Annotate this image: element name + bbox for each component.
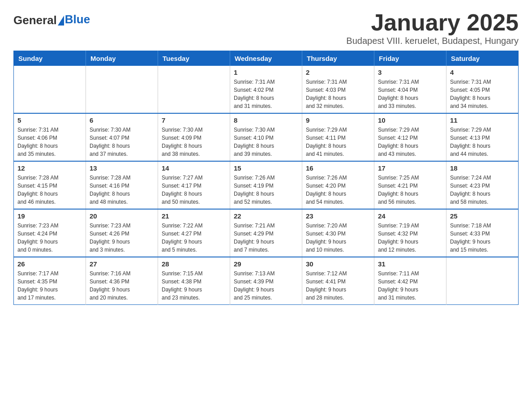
day-info: Sunrise: 7:11 AMSunset: 4:42 PMDaylight:… xyxy=(378,270,442,302)
day-info: Sunrise: 7:13 AMSunset: 4:39 PMDaylight:… xyxy=(234,270,298,302)
day-number: 14 xyxy=(162,164,226,172)
calendar-cell: 27Sunrise: 7:16 AMSunset: 4:36 PMDayligh… xyxy=(86,257,158,305)
day-info: Sunrise: 7:19 AMSunset: 4:32 PMDaylight:… xyxy=(378,222,442,254)
day-number: 15 xyxy=(234,164,298,172)
calendar-cell xyxy=(446,257,519,305)
day-info: Sunrise: 7:23 AMSunset: 4:24 PMDaylight:… xyxy=(17,222,82,254)
calendar-cell: 25Sunrise: 7:18 AMSunset: 4:33 PMDayligh… xyxy=(446,209,519,257)
day-info: Sunrise: 7:29 AMSunset: 4:12 PMDaylight:… xyxy=(378,126,442,158)
logo: General Blue xyxy=(13,13,90,27)
day-info: Sunrise: 7:20 AMSunset: 4:30 PMDaylight:… xyxy=(306,222,370,254)
day-info: Sunrise: 7:30 AMSunset: 4:09 PMDaylight:… xyxy=(162,126,226,158)
day-number: 5 xyxy=(17,116,82,124)
calendar-cell: 16Sunrise: 7:26 AMSunset: 4:20 PMDayligh… xyxy=(302,161,374,209)
day-info: Sunrise: 7:29 AMSunset: 4:13 PMDaylight:… xyxy=(450,126,515,158)
calendar-week-row: 5Sunrise: 7:31 AMSunset: 4:06 PMDaylight… xyxy=(14,113,519,161)
day-number: 29 xyxy=(234,260,298,268)
day-number: 31 xyxy=(378,260,442,268)
calendar-cell: 22Sunrise: 7:21 AMSunset: 4:29 PMDayligh… xyxy=(230,209,302,257)
calendar-cell: 20Sunrise: 7:23 AMSunset: 4:26 PMDayligh… xyxy=(86,209,158,257)
calendar-cell xyxy=(14,66,86,113)
calendar-cell: 21Sunrise: 7:22 AMSunset: 4:27 PMDayligh… xyxy=(158,209,230,257)
calendar-cell: 28Sunrise: 7:15 AMSunset: 4:38 PMDayligh… xyxy=(158,257,230,305)
day-info: Sunrise: 7:21 AMSunset: 4:29 PMDaylight:… xyxy=(234,222,298,254)
logo-blue-text: Blue xyxy=(65,13,90,26)
day-info: Sunrise: 7:31 AMSunset: 4:03 PMDaylight:… xyxy=(306,78,370,110)
calendar-cell: 11Sunrise: 7:29 AMSunset: 4:13 PMDayligh… xyxy=(446,113,519,161)
day-number: 30 xyxy=(306,260,370,268)
day-info: Sunrise: 7:29 AMSunset: 4:11 PMDaylight:… xyxy=(306,126,370,158)
weekday-header-tuesday: Tuesday xyxy=(158,51,230,66)
calendar-cell: 10Sunrise: 7:29 AMSunset: 4:12 PMDayligh… xyxy=(374,113,446,161)
weekday-header-saturday: Saturday xyxy=(446,51,519,66)
calendar-cell: 17Sunrise: 7:25 AMSunset: 4:21 PMDayligh… xyxy=(374,161,446,209)
day-info: Sunrise: 7:31 AMSunset: 4:05 PMDaylight:… xyxy=(450,78,515,110)
calendar-cell: 3Sunrise: 7:31 AMSunset: 4:04 PMDaylight… xyxy=(374,66,446,113)
day-info: Sunrise: 7:16 AMSunset: 4:36 PMDaylight:… xyxy=(90,270,154,302)
weekday-header-thursday: Thursday xyxy=(302,51,374,66)
calendar-week-row: 26Sunrise: 7:17 AMSunset: 4:35 PMDayligh… xyxy=(14,257,519,305)
day-info: Sunrise: 7:26 AMSunset: 4:20 PMDaylight:… xyxy=(306,174,370,206)
day-info: Sunrise: 7:30 AMSunset: 4:07 PMDaylight:… xyxy=(90,126,154,158)
day-number: 22 xyxy=(234,212,298,220)
day-number: 18 xyxy=(450,164,515,172)
calendar-cell: 9Sunrise: 7:29 AMSunset: 4:11 PMDaylight… xyxy=(302,113,374,161)
day-number: 16 xyxy=(306,164,370,172)
day-info: Sunrise: 7:28 AMSunset: 4:15 PMDaylight:… xyxy=(17,174,82,206)
calendar-cell xyxy=(86,66,158,113)
day-number: 26 xyxy=(17,260,82,268)
day-info: Sunrise: 7:22 AMSunset: 4:27 PMDaylight:… xyxy=(162,222,226,254)
calendar-cell: 6Sunrise: 7:30 AMSunset: 4:07 PMDaylight… xyxy=(86,113,158,161)
day-number: 3 xyxy=(378,68,442,76)
day-number: 28 xyxy=(162,260,226,268)
weekday-header-wednesday: Wednesday xyxy=(230,51,302,66)
calendar-cell: 13Sunrise: 7:28 AMSunset: 4:16 PMDayligh… xyxy=(86,161,158,209)
day-number: 23 xyxy=(306,212,370,220)
day-info: Sunrise: 7:31 AMSunset: 4:06 PMDaylight:… xyxy=(17,126,82,158)
day-info: Sunrise: 7:30 AMSunset: 4:10 PMDaylight:… xyxy=(234,126,298,158)
day-number: 7 xyxy=(162,116,226,124)
calendar-cell: 5Sunrise: 7:31 AMSunset: 4:06 PMDaylight… xyxy=(14,113,86,161)
day-number: 8 xyxy=(234,116,298,124)
day-number: 21 xyxy=(162,212,226,220)
location-subtitle: Budapest VIII. keruelet, Budapest, Hunga… xyxy=(346,36,519,46)
day-number: 12 xyxy=(17,164,82,172)
day-number: 6 xyxy=(90,116,154,124)
day-number: 13 xyxy=(90,164,154,172)
day-number: 4 xyxy=(450,68,515,76)
day-info: Sunrise: 7:18 AMSunset: 4:33 PMDaylight:… xyxy=(450,222,515,254)
month-title: January 2025 xyxy=(346,9,519,36)
day-number: 2 xyxy=(306,68,370,76)
day-number: 10 xyxy=(378,116,442,124)
calendar-cell: 7Sunrise: 7:30 AMSunset: 4:09 PMDaylight… xyxy=(158,113,230,161)
day-info: Sunrise: 7:24 AMSunset: 4:23 PMDaylight:… xyxy=(450,174,515,206)
calendar-cell: 31Sunrise: 7:11 AMSunset: 4:42 PMDayligh… xyxy=(374,257,446,305)
calendar-cell: 23Sunrise: 7:20 AMSunset: 4:30 PMDayligh… xyxy=(302,209,374,257)
calendar-cell: 26Sunrise: 7:17 AMSunset: 4:35 PMDayligh… xyxy=(14,257,86,305)
calendar-cell: 4Sunrise: 7:31 AMSunset: 4:05 PMDaylight… xyxy=(446,66,519,113)
calendar-cell: 8Sunrise: 7:30 AMSunset: 4:10 PMDaylight… xyxy=(230,113,302,161)
day-info: Sunrise: 7:25 AMSunset: 4:21 PMDaylight:… xyxy=(378,174,442,206)
calendar-cell: 12Sunrise: 7:28 AMSunset: 4:15 PMDayligh… xyxy=(14,161,86,209)
day-info: Sunrise: 7:26 AMSunset: 4:19 PMDaylight:… xyxy=(234,174,298,206)
weekday-header-sunday: Sunday xyxy=(14,51,86,66)
calendar-cell: 15Sunrise: 7:26 AMSunset: 4:19 PMDayligh… xyxy=(230,161,302,209)
header: General Blue January 2025 Budapest VIII.… xyxy=(13,9,519,46)
weekday-header-monday: Monday xyxy=(86,51,158,66)
calendar-cell: 19Sunrise: 7:23 AMSunset: 4:24 PMDayligh… xyxy=(14,209,86,257)
calendar-cell: 2Sunrise: 7:31 AMSunset: 4:03 PMDaylight… xyxy=(302,66,374,113)
day-info: Sunrise: 7:12 AMSunset: 4:41 PMDaylight:… xyxy=(306,270,370,302)
calendar-cell xyxy=(158,66,230,113)
weekday-header-friday: Friday xyxy=(374,51,446,66)
logo-general-text: General xyxy=(13,13,57,27)
day-number: 24 xyxy=(378,212,442,220)
day-number: 9 xyxy=(306,116,370,124)
calendar-cell: 1Sunrise: 7:31 AMSunset: 4:02 PMDaylight… xyxy=(230,66,302,113)
day-info: Sunrise: 7:27 AMSunset: 4:17 PMDaylight:… xyxy=(162,174,226,206)
day-number: 1 xyxy=(234,68,298,76)
logo-triangle-icon xyxy=(58,16,64,26)
title-area: January 2025 Budapest VIII. keruelet, Bu… xyxy=(346,9,519,46)
calendar-table: SundayMondayTuesdayWednesdayThursdayFrid… xyxy=(13,51,519,305)
day-info: Sunrise: 7:17 AMSunset: 4:35 PMDaylight:… xyxy=(17,270,82,302)
day-info: Sunrise: 7:23 AMSunset: 4:26 PMDaylight:… xyxy=(90,222,154,254)
